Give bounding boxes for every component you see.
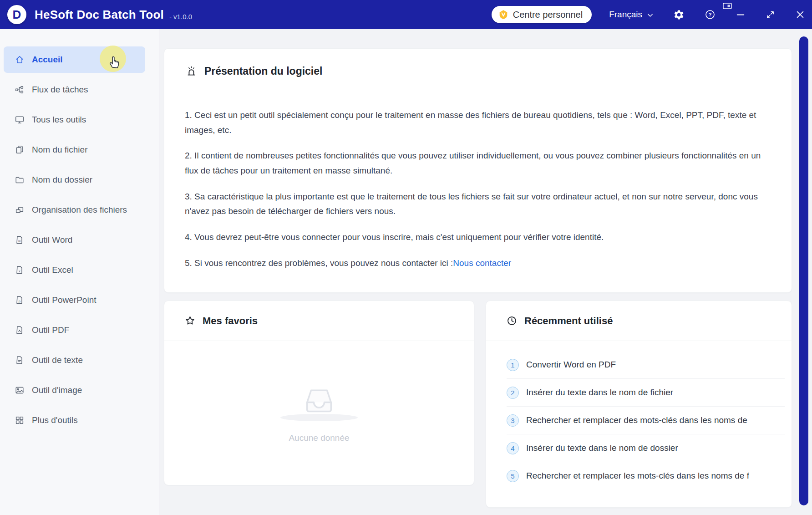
- recent-item-number: 4: [507, 442, 519, 454]
- sidebar-item-plus-doutils[interactable]: Plus d'outils: [4, 407, 145, 433]
- intro-paragraph: 1. Ceci est un petit outil spécialement …: [185, 108, 766, 138]
- favorites-panel: Mes favoris Aucune donnée: [164, 301, 474, 485]
- sidebar-item-label: Accueil: [32, 55, 63, 65]
- sidebar-item-label: Flux de tâches: [32, 85, 88, 95]
- recent-title: Récemment utilisé: [524, 315, 613, 327]
- settings-button[interactable]: [673, 9, 685, 20]
- language-selector[interactable]: Français: [609, 10, 654, 20]
- sidebar-item-organisation-des-fichiers[interactable]: Organisation des fichiers: [4, 197, 145, 223]
- sidebar-item-label: Outil Excel: [32, 265, 73, 275]
- grid-more-icon: [15, 415, 25, 425]
- svg-text:?: ?: [708, 12, 711, 17]
- intro-paragraph-contact: 5. Si vous rencontrez des problèmes, vou…: [185, 256, 766, 271]
- favorites-title: Mes favoris: [203, 315, 258, 327]
- monitor-icon: [15, 115, 25, 125]
- recent-item-number: 2: [507, 387, 519, 399]
- personal-center-button[interactable]: Centre personnel: [492, 6, 592, 23]
- sidebar-item-label: Organisation des fichiers: [32, 205, 127, 215]
- maximize-icon: [766, 10, 775, 20]
- recent-panel: Récemment utilisé 1 Convertir Word en PD…: [486, 301, 792, 508]
- sidebar-item-outil-word[interactable]: w Outil Word: [4, 227, 145, 253]
- excel-file-icon: x: [15, 265, 25, 275]
- contact-text: 5. Si vous rencontrez des problèmes, vou…: [185, 258, 453, 268]
- sidebar-item-nom-du-fichier[interactable]: Nom du fichier: [4, 137, 145, 163]
- app-version: - v1.0.0: [169, 13, 192, 20]
- image-icon: [15, 385, 25, 395]
- app-title: HeSoft Doc Batch Tool: [35, 8, 164, 22]
- sidebar-item-label: Outil d'image: [32, 385, 82, 395]
- recent-item[interactable]: 5 Rechercher et remplacer les mots-clés …: [507, 462, 785, 490]
- sidebar-item-flux-de-taches[interactable]: Flux de tâches: [4, 76, 145, 103]
- recent-item-number: 5: [507, 470, 519, 482]
- minimize-icon: [736, 10, 746, 20]
- close-icon: [795, 10, 805, 20]
- chevron-down-icon: [646, 11, 654, 19]
- recent-item-label: Rechercher et remplacer les mots-clés da…: [526, 471, 749, 481]
- sidebar-item-outil-de-texte[interactable]: Outil de texte: [4, 347, 145, 373]
- svg-text:p: p: [19, 299, 20, 303]
- sidebar-item-outil-powerpoint[interactable]: p Outil PowerPoint: [4, 287, 145, 313]
- favorites-empty-state: Aucune donnée: [164, 341, 474, 443]
- recent-item[interactable]: 3 Rechercher et remplacer des mots-clés …: [507, 407, 785, 434]
- intro-title: Présentation du logiciel: [204, 65, 322, 77]
- siren-icon: [185, 65, 198, 77]
- sidebar-item-label: Nom du fichier: [32, 145, 88, 155]
- star-icon: [184, 315, 196, 326]
- maximize-button[interactable]: [766, 10, 775, 20]
- cursor-pointer-icon: [106, 52, 123, 69]
- pdf-file-icon: [15, 325, 25, 335]
- svg-text:w: w: [18, 239, 21, 243]
- sidebar-item-nom-du-dossier[interactable]: Nom du dossier: [4, 167, 145, 193]
- file-copy-icon: [15, 145, 25, 155]
- svg-text:x: x: [19, 269, 20, 273]
- help-icon: ?: [705, 9, 716, 20]
- recent-item[interactable]: 2 Insérer du texte dans le nom de fichie…: [507, 379, 785, 406]
- home-icon: [15, 55, 25, 65]
- contact-link[interactable]: Nous contacter: [453, 258, 511, 268]
- sidebar-item-label: Nom du dossier: [32, 175, 92, 185]
- sidebar-item-label: Outil PowerPoint: [32, 295, 96, 305]
- folder-icon: [15, 175, 25, 185]
- intro-panel: Présentation du logiciel 1. Ceci est un …: [164, 48, 792, 293]
- recent-item[interactable]: 1 Convertir Word en PDF: [507, 351, 785, 378]
- organize-icon: [15, 205, 25, 215]
- recent-item-number: 1: [507, 359, 519, 371]
- app-logo-icon: D: [7, 5, 26, 24]
- sidebar-item-label: Outil Word: [32, 235, 72, 245]
- intro-paragraph: 4. Vous devrez peut-être vous connecter …: [185, 230, 766, 245]
- help-button[interactable]: ?: [705, 9, 716, 20]
- sidebar-item-outil-dimage[interactable]: Outil d'image: [4, 377, 145, 403]
- tray-shadow: [280, 414, 358, 421]
- clock-icon: [506, 315, 518, 326]
- vertical-scrollbar[interactable]: [799, 36, 808, 505]
- sidebar-item-label: Plus d'outils: [32, 415, 78, 425]
- recent-item-label: Rechercher et remplacer des mots-clés da…: [526, 415, 747, 425]
- workflow-icon: [15, 85, 25, 95]
- recent-item-label: Convertir Word en PDF: [526, 360, 616, 370]
- personal-center-label: Centre personnel: [513, 10, 583, 20]
- mini-window-icon: [723, 3, 732, 10]
- intro-paragraph: 2. Il contient de nombreuses petites fon…: [185, 148, 766, 178]
- recent-item[interactable]: 4 Insérer du texte dans le nom de dossie…: [507, 434, 785, 462]
- sidebar-item-label: Outil PDF: [32, 325, 69, 335]
- sidebar-item-outil-pdf[interactable]: Outil PDF: [4, 317, 145, 343]
- title-bar: D HeSoft Doc Batch Tool - v1.0.0 Centre …: [0, 0, 812, 29]
- sidebar-item-tous-les-outils[interactable]: Tous les outils: [4, 107, 145, 133]
- recent-item-label: Insérer du texte dans le nom de fichier: [526, 388, 673, 398]
- sidebar-item-outil-excel[interactable]: x Outil Excel: [4, 257, 145, 283]
- sidebar-nav: Accueil Flux de tâches Tous les outils N…: [0, 29, 159, 515]
- sidebar-item-label: Outil de texte: [32, 355, 83, 365]
- powerpoint-file-icon: p: [15, 295, 25, 305]
- recent-list: 1 Convertir Word en PDF 2 Insérer du tex…: [486, 341, 792, 490]
- sidebar-item-label: Tous les outils: [32, 115, 86, 125]
- gear-icon: [673, 9, 685, 20]
- close-button[interactable]: [795, 10, 805, 20]
- minimize-button[interactable]: [736, 10, 746, 20]
- recent-item-number: 3: [507, 414, 519, 427]
- language-label: Français: [609, 10, 642, 20]
- word-file-icon: w: [15, 235, 25, 245]
- vip-badge-icon: [498, 9, 509, 20]
- favorites-empty-text: Aucune donnée: [289, 433, 349, 443]
- recent-item-label: Insérer du texte dans le nom de dossier: [526, 443, 678, 453]
- intro-paragraph: 3. Sa caractéristique la plus importante…: [185, 189, 766, 219]
